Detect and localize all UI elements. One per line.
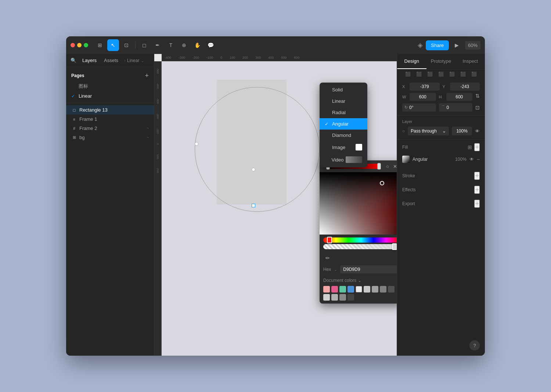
text-tool-button[interactable]: T <box>165 39 177 51</box>
eyedropper-button[interactable]: ✏ <box>323 254 332 262</box>
frame-tool-button[interactable]: ⊡ <box>120 39 132 51</box>
search-icon[interactable]: 🔍 <box>71 58 76 63</box>
y-value[interactable]: -243 <box>450 83 480 91</box>
distribute-h-icon[interactable]: ⬛ <box>471 72 477 77</box>
effects-section-title: Effects <box>402 187 415 192</box>
shape-circle[interactable] <box>195 87 320 212</box>
fill-remove-icon[interactable]: − <box>477 156 480 162</box>
effects-add-button[interactable]: + <box>474 186 480 194</box>
w-value[interactable]: 600 <box>410 93 436 101</box>
design-tab[interactable]: Design <box>397 54 426 69</box>
corner-radius-field[interactable]: ⌒ 0 <box>439 103 473 112</box>
right-panel: Design Prototype Inspect ⬛ ⬛ ⬛ ⬛ ⬛ ⬛ ⬛ X <box>397 54 485 356</box>
color-spectrum[interactable] <box>320 172 397 235</box>
constrain-proportions-icon[interactable]: ⇅ <box>475 93 480 101</box>
page-item-linear[interactable]: ✓ Linear <box>66 91 154 101</box>
layer-frame2[interactable]: # Frame 2 ~ <box>66 124 154 133</box>
dropdown-image[interactable]: Image <box>320 141 367 153</box>
layer-bg[interactable]: ⊞ bg ~ <box>66 133 154 142</box>
layer-rectangle13[interactable]: □ Rectangle 13 <box>66 105 154 115</box>
align-bottom-icon[interactable]: ⬛ <box>460 72 466 77</box>
hue-thumb[interactable] <box>327 237 332 243</box>
handle-point-center[interactable] <box>252 168 255 171</box>
canvas-area[interactable]: -400 -300 -200 -100 0 100 200 300 400 50… <box>154 54 397 356</box>
dropdown-diamond[interactable]: Diamond <box>320 130 367 141</box>
play-button[interactable]: ▶ <box>452 40 462 50</box>
layer-frame1[interactable]: ≡ Frame 1 <box>66 115 154 124</box>
prototype-tab[interactable]: Prototype <box>426 54 456 69</box>
minimize-button[interactable] <box>77 43 82 47</box>
fill-visibility-icon[interactable]: 👁 <box>469 157 474 162</box>
swatch-gray2[interactable] <box>380 286 386 293</box>
align-center-h-icon[interactable]: ⬛ <box>416 72 422 77</box>
hue-slider[interactable] <box>323 237 397 243</box>
fill-add-button[interactable]: + <box>474 143 480 151</box>
layer-opacity-field[interactable]: 100% <box>452 127 472 135</box>
swatch-teal[interactable] <box>339 286 346 293</box>
swatch-pink[interactable] <box>323 286 330 293</box>
select-tool-button[interactable]: ↖ <box>107 39 119 51</box>
opacity-thumb[interactable] <box>392 243 397 250</box>
add-page-button[interactable]: + <box>145 72 149 79</box>
swatch-blue[interactable] <box>347 286 354 293</box>
opacity-slider[interactable] <box>323 244 397 249</box>
close-button[interactable] <box>71 43 75 47</box>
fill-grid-icon[interactable]: ⊞ <box>468 144 472 150</box>
page-item-icon[interactable]: 图标 <box>66 81 154 91</box>
rotation-field[interactable]: ↻ 0° <box>402 104 436 112</box>
swatch-rose[interactable] <box>331 286 338 293</box>
fill-swatch[interactable] <box>402 156 410 163</box>
dropdown-angular[interactable]: ✓ Angular <box>320 118 367 130</box>
eyedropper-row: ✏ <box>320 252 397 264</box>
w-label: W <box>402 95 408 99</box>
dropdown-video[interactable]: Video <box>320 153 367 166</box>
stroke-add-button[interactable]: + <box>474 172 480 180</box>
swatch-charcoal[interactable] <box>347 294 354 301</box>
dropdown-solid[interactable]: Solid <box>320 84 367 95</box>
swatch-gray1[interactable] <box>372 286 378 293</box>
doc-colors-title[interactable]: Document colors ⌄ <box>323 278 361 283</box>
align-top-icon[interactable]: ⬛ <box>438 72 444 77</box>
component-tool-button[interactable]: ⊕ <box>178 39 190 51</box>
pen-tool-button[interactable]: ✒ <box>152 39 163 51</box>
swatch-light1[interactable] <box>356 286 362 293</box>
inspect-tab[interactable]: Inspect <box>455 54 485 69</box>
color-swatches-row1 <box>323 286 397 293</box>
align-left-icon[interactable]: ⬛ <box>405 72 411 77</box>
zoom-control[interactable]: 60% <box>465 41 480 50</box>
help-button[interactable]: ? <box>469 340 480 351</box>
export-add-button[interactable]: + <box>474 200 480 208</box>
align-center-v-icon[interactable]: ⬛ <box>449 72 455 77</box>
gradient-handle-right[interactable] <box>377 163 381 170</box>
handle-square[interactable] <box>252 204 255 207</box>
gradient-circle-btn[interactable]: ○ <box>384 163 391 170</box>
resize-icon[interactable]: ⊡ <box>475 105 480 110</box>
assets-tab[interactable]: Assets <box>102 57 120 64</box>
swatch-dark[interactable] <box>388 286 395 293</box>
gradient-close-btn[interactable]: ✕ <box>391 163 397 170</box>
handle-point-left[interactable] <box>195 142 198 146</box>
blend-mode-select[interactable]: Pass through ⌄ <box>408 127 449 135</box>
hex-input[interactable] <box>340 265 397 273</box>
layers-tab[interactable]: Layers <box>81 57 98 64</box>
dropdown-linear[interactable]: Linear <box>320 95 367 107</box>
swatch-gray3[interactable] <box>323 294 330 301</box>
comment-tool-button[interactable]: 💬 <box>205 39 216 51</box>
swatch-gray4[interactable] <box>331 294 338 301</box>
h-value[interactable]: 600 <box>446 93 473 101</box>
shape-tool-button[interactable]: ◻ <box>138 39 150 51</box>
maximize-button[interactable] <box>84 43 88 47</box>
swatch-gray5[interactable] <box>339 294 346 301</box>
layer-visibility-icon[interactable]: 👁 <box>475 128 480 134</box>
canvas-frame <box>195 80 338 223</box>
hand-tool-button[interactable]: ✋ <box>191 39 203 51</box>
ruler-horizontal: -400 -300 -200 -100 0 100 200 300 400 50… <box>162 54 397 61</box>
share-button[interactable]: Share <box>426 40 449 50</box>
dropdown-radial[interactable]: Radial <box>320 107 367 118</box>
align-right-icon[interactable]: ⬛ <box>427 72 433 77</box>
grid-tool-button[interactable]: ⊞ <box>94 39 106 51</box>
swatch-light2[interactable] <box>364 286 370 293</box>
spectrum-cursor[interactable] <box>380 181 384 185</box>
x-value[interactable]: -379 <box>410 83 440 91</box>
hex-dropdown-arrow[interactable]: ⌄ <box>334 267 337 272</box>
